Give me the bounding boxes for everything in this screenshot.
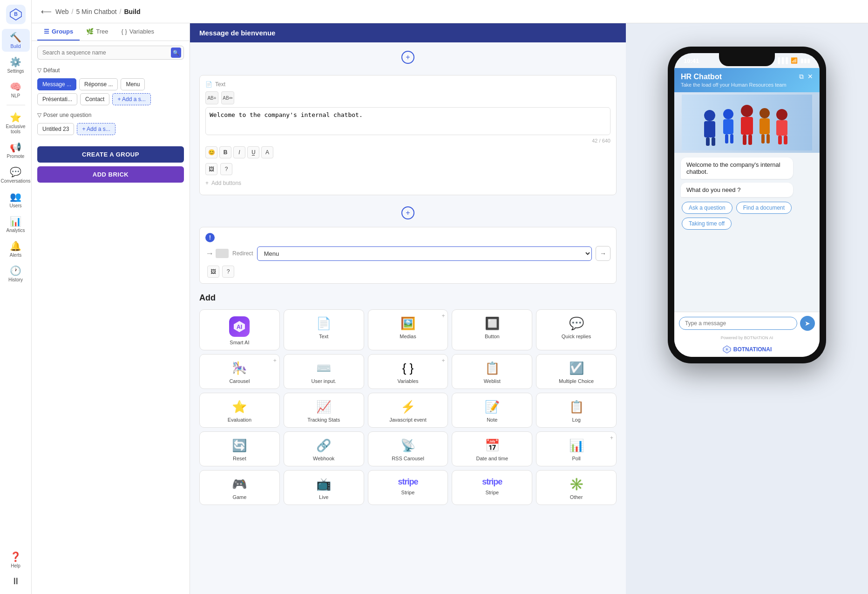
chat-send-button[interactable]: ➤ (800, 316, 815, 331)
emoji-btn[interactable]: 😊 (205, 146, 217, 158)
svg-rect-24 (784, 136, 787, 144)
question-mark-btn[interactable]: ? (220, 163, 232, 175)
tag-untitled[interactable]: Untitled 23 (37, 123, 74, 135)
add-item-tracking-stats[interactable]: 📈 Tracking Stats (284, 393, 364, 428)
footer-logo-text: BOTNATIONAI (733, 346, 772, 353)
sidebar-item-analytics[interactable]: 📊 Analytics (2, 213, 30, 236)
tab-tree[interactable]: 🌿 Tree (80, 23, 115, 41)
ab-edit-icon[interactable]: AB✏ (221, 91, 234, 104)
tag-add[interactable]: + Add a s... (112, 93, 150, 105)
sidebar-item-help[interactable]: ❓ Help (2, 548, 30, 571)
variables-icon: { } (402, 361, 414, 376)
svg-rect-14 (741, 117, 753, 135)
defaut-tags: Message ... Réponse ... Menu Présentati.… (32, 76, 190, 109)
add-item-webhook[interactable]: 🔗 Webhook (284, 431, 364, 466)
search-button[interactable]: 🔍 (171, 48, 181, 58)
add-item-button[interactable]: 🔲 Button (452, 309, 532, 350)
add-item-medias[interactable]: + 🖼️ Medias (368, 309, 448, 350)
add-item-reset[interactable]: 🔄 Reset (199, 431, 280, 466)
sidebar-item-alerts[interactable]: 🔔 Alerts (2, 238, 30, 260)
sidebar-item-build[interactable]: 🔨 Build (2, 29, 30, 52)
add-block-middle[interactable]: + (401, 206, 414, 219)
add-item-smart-ai[interactable]: AI Smart AI (199, 309, 280, 350)
phone-time: 10:41 (684, 57, 699, 64)
breadcrumb-chatbot: 5 Min Chatbot (76, 8, 116, 15)
add-item-date-time[interactable]: 📅 Date and time (452, 431, 532, 466)
add-item-carousel[interactable]: + 🎠 Carousel (199, 354, 280, 389)
italic-btn[interactable]: I (233, 146, 245, 158)
svg-rect-7 (706, 137, 710, 146)
section-poser[interactable]: ▽ Poser une question (32, 109, 190, 121)
carousel-plus: + (273, 357, 277, 364)
add-item-multiple-choice[interactable]: ☑️ Multiple Choice (536, 354, 617, 389)
add-item-log[interactable]: 📋 Log (536, 393, 617, 428)
redirect-img-btn[interactable]: 🖼 (207, 266, 219, 278)
tag-message[interactable]: Message ... (37, 78, 76, 90)
tag-menu[interactable]: Menu (121, 78, 145, 90)
sidebar-item-history[interactable]: 🕐 History (2, 262, 30, 285)
message-header: Message de bienvenue (190, 23, 626, 42)
carousel-label: Carousel (229, 378, 250, 384)
add-item-game[interactable]: 🎮 Game (199, 470, 280, 505)
add-item-javascript[interactable]: ⚡ Javascript event (368, 393, 448, 428)
add-item-note[interactable]: 📝 Note (452, 393, 532, 428)
tag-reponse[interactable]: Réponse ... (79, 78, 118, 90)
chat-input[interactable] (679, 317, 797, 330)
bold-btn[interactable]: B (219, 146, 231, 158)
search-input[interactable] (37, 46, 184, 60)
sidebar-item-conversations[interactable]: 💬 Conversations (2, 164, 30, 186)
sidebar-item-promote[interactable]: 📢 Promote (2, 139, 30, 162)
add-item-weblist[interactable]: 📋 Weblist (452, 354, 532, 389)
add-item-user-input[interactable]: ⌨️ User input. (284, 354, 364, 389)
poll-plus: + (610, 435, 613, 441)
quick-reply-3[interactable]: Taking time off (682, 218, 732, 230)
text-input[interactable]: Welcome to the company's internal chatbo… (205, 107, 610, 135)
add-item-rss[interactable]: 📡 RSS Carousel (368, 431, 448, 466)
add-item-stripe2[interactable]: stripe Stripe (452, 470, 532, 505)
add-item-quick-replies[interactable]: 💬 Quick replies (536, 309, 617, 350)
search-bar: 🔍 (32, 41, 190, 64)
add-buttons-icon: + (205, 180, 209, 186)
tab-groups[interactable]: ☰ Groups (37, 23, 80, 41)
redirect-question-btn[interactable]: ? (222, 266, 234, 278)
variable-btn[interactable]: A (261, 146, 273, 158)
close-icon[interactable]: ✕ (807, 73, 813, 81)
link-btn[interactable]: U̲ (247, 146, 259, 158)
live-icon: 📺 (316, 477, 331, 492)
evaluation-icon: ⭐ (232, 400, 247, 414)
add-item-stripe1[interactable]: stripe Stripe (368, 470, 448, 505)
chat-header-info: HR Chatbot Take the load off your Human … (681, 73, 787, 88)
phone-notch (719, 53, 775, 66)
text-icon: 📄 (316, 316, 331, 331)
add-item-text[interactable]: 📄 Text (284, 309, 364, 350)
sidebar-item-nlp[interactable]: 🧠 NLP (2, 78, 30, 101)
add-item-live[interactable]: 📺 Live (284, 470, 364, 505)
sidebar-item-users[interactable]: 👥 Users (2, 188, 30, 211)
tag-add2[interactable]: + Add a s... (77, 123, 115, 135)
image-toolbar-btn[interactable]: 🖼 (205, 163, 217, 175)
add-item-evaluation[interactable]: ⭐ Evaluation (199, 393, 280, 428)
resize-icon[interactable]: ⧉ (799, 73, 804, 81)
section-defaut[interactable]: ▽ Défaut (32, 64, 190, 76)
tag-contact[interactable]: Contact (80, 93, 109, 105)
add-block-top[interactable]: + (401, 51, 414, 64)
add-brick-button[interactable]: ADD BRICK (37, 166, 184, 183)
sidebar-item-pause[interactable]: ⏸ (2, 573, 30, 589)
add-item-variables[interactable]: + { } Variables (368, 354, 448, 389)
back-button[interactable]: ⟵ (41, 7, 52, 16)
add-grid: AI Smart AI 📄 Text + 🖼️ Medias (199, 309, 617, 505)
redirect-go-btn[interactable]: → (596, 246, 610, 261)
quick-reply-2[interactable]: Find a document (736, 202, 792, 214)
sidebar-item-settings[interactable]: ⚙️ Settings (2, 54, 30, 76)
redirect-select[interactable]: Menu (257, 246, 592, 261)
add-item-poll[interactable]: + 📊 Poll (536, 431, 617, 466)
ab-add-icon[interactable]: AB+ (205, 91, 218, 104)
add-buttons-row[interactable]: + Add buttons (205, 177, 610, 189)
tab-variables[interactable]: { } Variables (115, 23, 161, 41)
create-group-button[interactable]: CREATE A GROUP (37, 146, 184, 163)
sidebar-item-exclusive[interactable]: ⭐ Exclusive tools (2, 109, 30, 137)
tag-presentati[interactable]: Présentati... (37, 93, 77, 105)
quick-reply-1[interactable]: Ask a question (682, 202, 732, 214)
phone-mockup: 10:41 ▐▐▐ 📶 ▮▮▮ HR Chatbot Take the load… (668, 47, 826, 363)
add-item-other[interactable]: ✳️ Other (536, 470, 617, 505)
